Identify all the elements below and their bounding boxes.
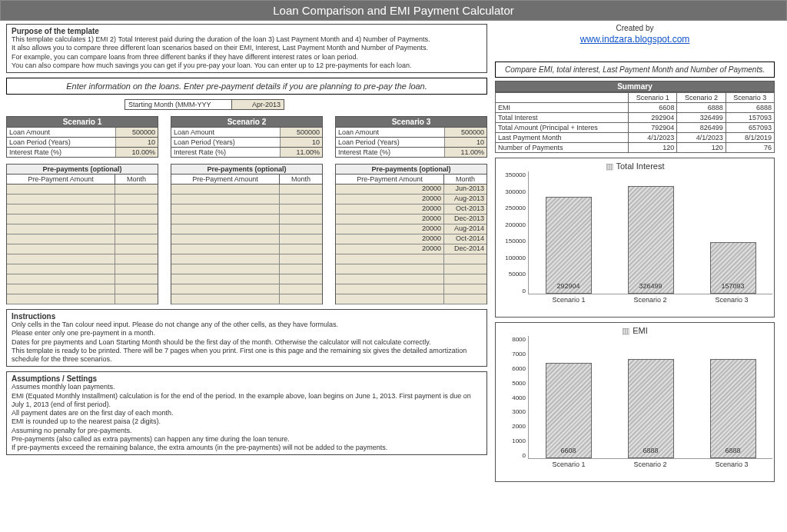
- prepayment-row[interactable]: 20000Aug-2013: [336, 195, 486, 204]
- asm-l6: Pre-payments (also called as extra payme…: [12, 435, 482, 444]
- prepayment-row[interactable]: [171, 214, 322, 224]
- prepayment-row[interactable]: [336, 294, 486, 304]
- chart-y-axis: 800070006000500040003000200010000: [497, 336, 528, 459]
- chart-bar: 6888: [628, 359, 674, 458]
- prepayment-row[interactable]: [336, 264, 486, 274]
- summary-value: 6608: [629, 103, 677, 113]
- prepayments-1: Pre-payments (optional)Pre-Payment Amoun…: [6, 164, 158, 304]
- prepayment-row[interactable]: [336, 274, 486, 284]
- scenario-2: Scenario 2Loan Amount500000Loan Period (…: [171, 116, 323, 158]
- chart-total-interest: Total Interest35000030000025000020000015…: [495, 158, 775, 318]
- loan-amount-label: Loan Amount: [171, 128, 280, 137]
- asm-l4: EMI is rounded up to the nearest paisa (…: [12, 417, 482, 426]
- summary-row-label: EMI: [496, 103, 629, 113]
- prepayment-row[interactable]: [171, 294, 322, 304]
- summary-value: 6888: [726, 103, 774, 113]
- prepayment-row[interactable]: 20000Dec-2014: [336, 244, 486, 254]
- summary-value: 120: [629, 143, 677, 153]
- interest-rate-input[interactable]: 10.00%: [115, 148, 158, 157]
- summary-col-3: Scenario 3: [726, 93, 774, 103]
- prepayment-row[interactable]: [7, 224, 158, 234]
- prepayment-row[interactable]: [171, 264, 322, 274]
- loan-amount-input[interactable]: 500000: [115, 128, 158, 137]
- prepayment-row[interactable]: [7, 244, 158, 254]
- summary-value: 6888: [677, 103, 726, 113]
- prepayment-row[interactable]: [7, 274, 158, 284]
- prepayment-row[interactable]: [171, 195, 322, 204]
- interest-rate-input[interactable]: 11.00%: [280, 148, 322, 157]
- chart-x-label: Scenario 3: [691, 294, 772, 304]
- loan-period-label: Loan Period (Years): [7, 138, 115, 147]
- scenario-3: Scenario 3Loan Amount500000Loan Period (…: [335, 116, 487, 158]
- purpose-l3: For example, you can compare loans from …: [12, 53, 482, 62]
- interest-rate-label: Interest Rate (%): [7, 148, 115, 157]
- prepayment-row[interactable]: 20000Oct-2013: [336, 204, 486, 214]
- prepayment-row[interactable]: [7, 195, 158, 204]
- prepayment-row[interactable]: [171, 224, 322, 234]
- assumptions-heading: Assumptions / Settings: [12, 374, 97, 383]
- prepayment-title: Pre-payments (optional): [171, 164, 323, 175]
- purpose-box: Purpose of the template This template ca…: [6, 24, 487, 73]
- prepayment-row[interactable]: [7, 185, 158, 195]
- prepayment-row[interactable]: 20000Aug-2014: [336, 224, 486, 234]
- summary-col-2: Scenario 2: [677, 93, 726, 103]
- summary-value: 4/1/2023: [677, 133, 726, 143]
- summary-value: 657093: [726, 123, 774, 133]
- prepayment-month-header: Month: [444, 175, 486, 184]
- starting-month-input[interactable]: Apr-2013: [232, 99, 284, 110]
- prepayment-row[interactable]: 20000Dec-2013: [336, 214, 486, 224]
- prepayment-amount-header: Pre-Payment Amount: [7, 175, 115, 184]
- prepayment-row[interactable]: [7, 234, 158, 244]
- instr-l4: This template is ready to be printed. Th…: [12, 347, 482, 364]
- loan-amount-label: Loan Amount: [336, 128, 444, 137]
- loan-period-input[interactable]: 10: [115, 138, 158, 147]
- summary-row: Total Interest292904326499157093: [496, 113, 775, 123]
- prepayment-row[interactable]: [171, 284, 322, 294]
- chart-bar: 157093: [710, 242, 756, 294]
- chart-x-label: Scenario 2: [609, 294, 691, 304]
- prepayment-month-header: Month: [115, 175, 158, 184]
- prepayment-row[interactable]: [7, 264, 158, 274]
- prepayment-row[interactable]: [336, 254, 486, 264]
- summary-row-label: Total Interest: [496, 113, 629, 123]
- prepayment-row[interactable]: [171, 244, 322, 254]
- prepayment-row[interactable]: [7, 204, 158, 214]
- summary-row: Number of Payments12012076: [496, 143, 775, 153]
- chart-bar: 292904: [546, 197, 592, 294]
- website-link[interactable]: www.indzara.blogspot.com: [495, 34, 775, 45]
- prepayment-row[interactable]: [7, 214, 158, 224]
- loan-period-input[interactable]: 10: [280, 138, 322, 147]
- interest-rate-input[interactable]: 11.00%: [444, 148, 486, 157]
- asm-l5: Assuming no penalty for pre-payments.: [12, 427, 482, 435]
- instr-l3: Dates for pre payments and Loan Starting…: [12, 338, 482, 347]
- summary-row-label: Total Amount (Principal + Interes: [496, 123, 629, 133]
- summary-col-1: Scenario 1: [629, 93, 677, 103]
- summary-row: Total Amount (Principal + Interes7929048…: [496, 123, 775, 133]
- chart-x-label: Scenario 1: [528, 294, 609, 304]
- prepayment-row[interactable]: [171, 204, 322, 214]
- prepayment-row[interactable]: [171, 254, 322, 264]
- purpose-l1: This template calculates 1) EMI 2) Total…: [12, 35, 482, 44]
- chart-x-label: Scenario 2: [609, 459, 691, 468]
- loan-amount-input[interactable]: 500000: [280, 128, 322, 137]
- prepayment-row[interactable]: [171, 234, 322, 244]
- summary-value: 76: [726, 143, 774, 153]
- prepayment-row[interactable]: [7, 294, 158, 304]
- interest-rate-label: Interest Rate (%): [336, 148, 444, 157]
- prepayment-row[interactable]: 20000Jun-2013: [336, 185, 486, 195]
- chart-title: Total Interest: [497, 161, 772, 171]
- loan-amount-label: Loan Amount: [7, 128, 115, 137]
- chart-bar: 6608: [546, 363, 592, 458]
- summary-row: EMI660868886888: [496, 103, 775, 113]
- prepayment-row[interactable]: [171, 274, 322, 284]
- created-by-label: Created by: [495, 24, 775, 32]
- prepayment-row[interactable]: [171, 185, 322, 195]
- chart-bar: 326499: [628, 186, 674, 294]
- prepayment-row[interactable]: [7, 284, 158, 294]
- prepayment-row[interactable]: [336, 284, 486, 294]
- prepayment-row[interactable]: 20000Oct-2014: [336, 234, 486, 244]
- prepayment-row[interactable]: [7, 254, 158, 264]
- loan-amount-input[interactable]: 500000: [444, 128, 486, 137]
- prepayment-amount-header: Pre-Payment Amount: [336, 175, 444, 184]
- loan-period-input[interactable]: 10: [444, 138, 486, 147]
